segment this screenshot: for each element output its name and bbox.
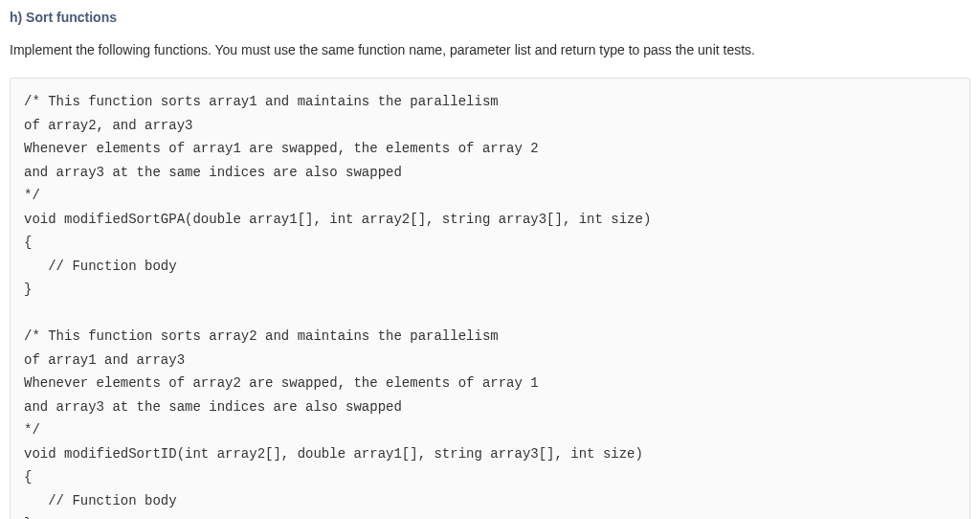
instruction-text: Implement the following functions. You m… xyxy=(10,40,970,60)
code-block: /* This function sorts array1 and mainta… xyxy=(10,78,970,519)
section-heading: h) Sort functions xyxy=(10,10,970,25)
